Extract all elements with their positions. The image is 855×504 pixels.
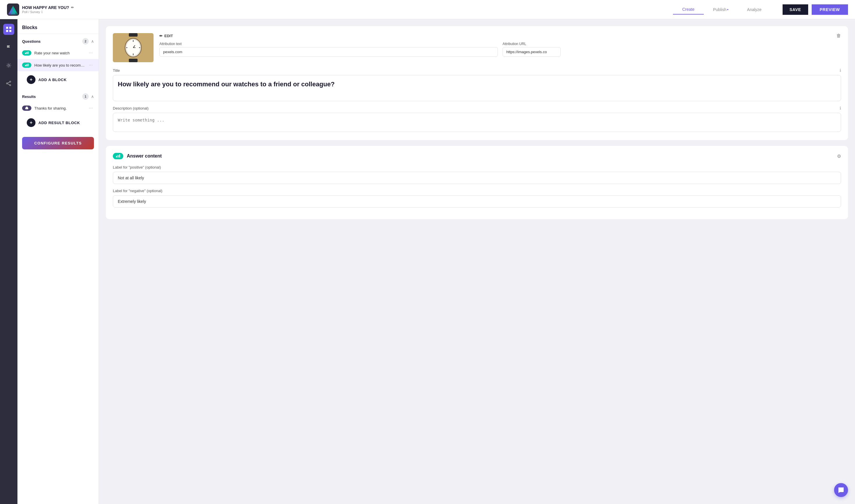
- svg-point-9: [10, 81, 11, 82]
- negative-field-label: Label for "negative" (optional): [113, 188, 841, 193]
- watch-image: [113, 33, 154, 62]
- block-item-thanks[interactable]: Thanks for sharing. ···: [17, 102, 99, 114]
- block-label-thanks: Thanks for sharing.: [34, 106, 85, 110]
- svg-rect-6: [6, 30, 8, 32]
- negative-label-input[interactable]: [113, 195, 841, 208]
- survey-title: HOW HAPPY ARE YOU? ✏: [22, 5, 74, 10]
- attribution-text-input[interactable]: [159, 47, 498, 57]
- attribution-row: ✏ EDIT 🗑: [159, 33, 841, 38]
- questions-count: 2: [82, 38, 89, 44]
- block-icon-rate-watch: [22, 50, 31, 55]
- positive-label-field: Label for "positive" (optional): [113, 165, 841, 184]
- answer-type-icon: [113, 153, 123, 159]
- block-icon-recommend: [22, 62, 31, 68]
- add-block-icon: +: [27, 75, 35, 84]
- icon-bar-share[interactable]: [3, 78, 14, 89]
- nav-tabs: Create Publish Analyze: [673, 5, 771, 15]
- svg-rect-32: [116, 156, 117, 158]
- desc-label-row: Description (optional) ℹ: [113, 106, 841, 110]
- title-field-label: Title: [113, 68, 120, 73]
- block-more-thanks[interactable]: ···: [88, 105, 94, 111]
- pencil-icon: ✏: [159, 34, 162, 38]
- sidebar-title: Blocks: [17, 19, 99, 34]
- save-button[interactable]: SAVE: [783, 4, 808, 15]
- questions-section-header: Questions 2 ∧: [17, 34, 99, 47]
- positive-label-input[interactable]: [113, 172, 841, 184]
- preview-button[interactable]: PREVIEW: [812, 4, 848, 15]
- image-row: ✏ EDIT 🗑 Attribution text Attribution UR…: [113, 33, 841, 62]
- question-card: ✏ EDIT 🗑 Attribution text Attribution UR…: [106, 26, 848, 140]
- block-icon-thanks: [22, 106, 31, 111]
- svg-line-12: [7, 84, 10, 85]
- icon-bar-flag[interactable]: [3, 42, 14, 53]
- block-item-rate-watch[interactable]: Rate your new watch ···: [17, 47, 99, 59]
- nav-actions: SAVE PREVIEW: [783, 4, 848, 15]
- add-result-icon: +: [27, 118, 35, 127]
- logo-icon: [7, 3, 19, 16]
- icon-bar-grid[interactable]: [3, 24, 14, 35]
- svg-rect-5: [9, 27, 11, 29]
- results-section-title: Results: [22, 94, 36, 99]
- survey-subtitle: Poll / Survey ℹ: [22, 10, 74, 14]
- attribution-url-label: Attribution URL: [503, 42, 841, 46]
- title-info-icon: ℹ: [840, 68, 841, 73]
- svg-rect-20: [25, 108, 28, 109]
- title-field: Title ℹ How likely are you to recommend …: [113, 68, 841, 101]
- desc-field-label: Description (optional): [113, 106, 149, 110]
- description-field: Description (optional) ℹ: [113, 106, 841, 133]
- attribution-url-input[interactable]: [503, 47, 561, 57]
- title-input[interactable]: How likely are you to recommend our watc…: [113, 75, 841, 101]
- answer-header: Answer content ⚙: [113, 153, 841, 159]
- svg-point-8: [8, 65, 10, 66]
- svg-rect-14: [25, 53, 26, 54]
- block-more-rate-watch[interactable]: ···: [88, 50, 94, 56]
- answer-settings-icon[interactable]: ⚙: [837, 154, 841, 159]
- tab-publish[interactable]: Publish: [704, 5, 738, 15]
- edit-label: EDIT: [164, 34, 173, 38]
- title-label-row: Title ℹ: [113, 68, 841, 73]
- block-more-recommend[interactable]: ···: [88, 62, 94, 68]
- svg-rect-17: [25, 65, 26, 66]
- add-result-block-button[interactable]: + ADD RESULT BLOCK: [22, 115, 94, 130]
- questions-toggle-icon[interactable]: ∧: [91, 39, 94, 43]
- top-nav: HOW HAPPY ARE YOU? ✏ Poll / Survey ℹ Cre…: [0, 0, 855, 19]
- svg-rect-4: [6, 27, 8, 29]
- svg-rect-34: [119, 154, 120, 158]
- svg-rect-31: [129, 59, 138, 62]
- svg-rect-7: [9, 30, 11, 32]
- answer-section-title: Answer content: [127, 154, 834, 159]
- svg-point-11: [10, 85, 11, 86]
- survey-info-icon: ℹ: [41, 10, 43, 14]
- configure-results-button[interactable]: CONFIGURE RESULTS: [22, 137, 94, 149]
- edit-image-button[interactable]: ✏ EDIT: [159, 34, 173, 38]
- content-area: ✏ EDIT 🗑 Attribution text Attribution UR…: [99, 19, 855, 504]
- block-item-recommend[interactable]: How likely are you to recomm... ···: [17, 59, 99, 71]
- svg-rect-15: [27, 52, 27, 54]
- tab-analyze[interactable]: Analyze: [738, 5, 771, 15]
- sidebar: Blocks Questions 2 ∧ Rate your new watch…: [17, 19, 99, 504]
- delete-image-button[interactable]: 🗑: [836, 33, 841, 38]
- block-label-recommend: How likely are you to recomm...: [34, 63, 85, 68]
- attribution-fields: Attribution text Attribution URL: [159, 42, 841, 57]
- add-block-label: ADD A BLOCK: [38, 78, 67, 82]
- attribution-text-field: Attribution text: [159, 42, 498, 57]
- svg-point-10: [6, 83, 7, 84]
- image-attribution: ✏ EDIT 🗑 Attribution text Attribution UR…: [159, 33, 841, 62]
- description-input[interactable]: [113, 113, 841, 132]
- survey-type-text: Poll / Survey: [22, 10, 40, 14]
- desc-info-icon: ℹ: [840, 106, 841, 110]
- logo: HOW HAPPY ARE YOU? ✏ Poll / Survey ℹ: [7, 3, 74, 16]
- svg-line-13: [7, 82, 10, 83]
- logo-text-block: HOW HAPPY ARE YOU? ✏ Poll / Survey ℹ: [22, 5, 74, 14]
- icon-bar: [0, 19, 17, 504]
- survey-title-text: HOW HAPPY ARE YOU?: [22, 5, 69, 10]
- results-toggle-icon[interactable]: ∧: [91, 94, 94, 99]
- add-result-label: ADD RESULT BLOCK: [38, 121, 80, 125]
- add-block-button[interactable]: + ADD A BLOCK: [22, 72, 94, 87]
- tab-create[interactable]: Create: [673, 5, 704, 15]
- main-layout: Blocks Questions 2 ∧ Rate your new watch…: [0, 19, 855, 504]
- icon-bar-settings[interactable]: [3, 60, 14, 71]
- edit-title-icon[interactable]: ✏: [71, 5, 74, 10]
- svg-rect-16: [28, 51, 29, 54]
- chat-bubble-button[interactable]: [834, 483, 848, 497]
